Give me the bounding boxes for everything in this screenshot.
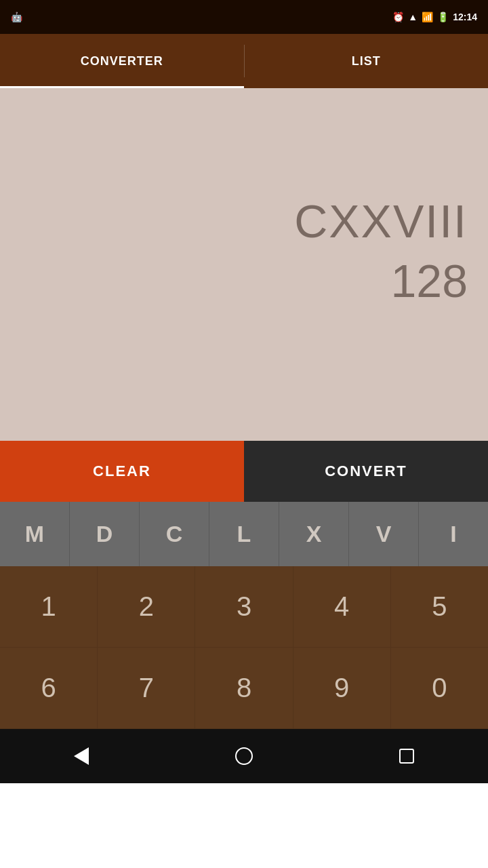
signal-icon: 📶 (422, 12, 433, 22)
roman-key-m[interactable]: M (0, 502, 70, 566)
roman-key-i[interactable]: I (419, 502, 488, 566)
numpad-row-1: 12345 (0, 566, 488, 648)
num-key-9[interactable]: 9 (293, 648, 391, 729)
clear-button[interactable]: CLEAR (0, 441, 244, 502)
wifi-icon: ▲ (408, 12, 418, 22)
status-right: ⏰ ▲ 📶 🔋 12:14 (392, 12, 477, 22)
status-left: 🤖 (11, 12, 22, 22)
recents-button[interactable] (390, 739, 424, 773)
roman-key-d[interactable]: D (70, 502, 140, 566)
recents-icon (399, 749, 414, 764)
num-key-2[interactable]: 2 (98, 566, 195, 648)
num-key-7[interactable]: 7 (98, 648, 195, 729)
tab-list[interactable]: LIST (245, 34, 489, 88)
back-icon (74, 747, 89, 765)
roman-key-v[interactable]: V (349, 502, 419, 566)
num-key-6[interactable]: 6 (0, 648, 98, 729)
android-icon: 🤖 (11, 12, 22, 22)
num-key-8[interactable]: 8 (195, 648, 293, 729)
status-bar: 🤖 ⏰ ▲ 📶 🔋 12:14 (0, 0, 488, 34)
numpad-row-2: 67890 (0, 648, 488, 729)
display-area: CXXVIII 128 (0, 88, 488, 441)
convert-button[interactable]: CONVERT (244, 441, 488, 502)
num-key-1[interactable]: 1 (0, 566, 98, 648)
num-key-0[interactable]: 0 (391, 648, 488, 729)
alarm-icon: ⏰ (392, 12, 404, 22)
numpad: 12345 67890 (0, 566, 488, 729)
roman-numeral-display: CXXVIII (294, 195, 468, 248)
action-row: CLEAR CONVERT (0, 441, 488, 502)
tab-bar: CONVERTER LIST (0, 34, 488, 88)
arabic-numeral-display: 128 (391, 254, 468, 307)
roman-key-c[interactable]: C (140, 502, 209, 566)
num-key-5[interactable]: 5 (391, 566, 488, 648)
battery-icon: 🔋 (437, 12, 449, 22)
roman-keys-row: MDCLXVI (0, 502, 488, 566)
home-button[interactable] (227, 739, 261, 773)
tab-converter[interactable]: CONVERTER (0, 34, 244, 88)
roman-key-l[interactable]: L (209, 502, 279, 566)
home-icon (235, 747, 253, 765)
time-display: 12:14 (453, 12, 477, 22)
nav-bar (0, 729, 488, 783)
roman-key-x[interactable]: X (279, 502, 349, 566)
back-button[interactable] (64, 739, 98, 773)
num-key-4[interactable]: 4 (293, 566, 391, 648)
num-key-3[interactable]: 3 (195, 566, 293, 648)
